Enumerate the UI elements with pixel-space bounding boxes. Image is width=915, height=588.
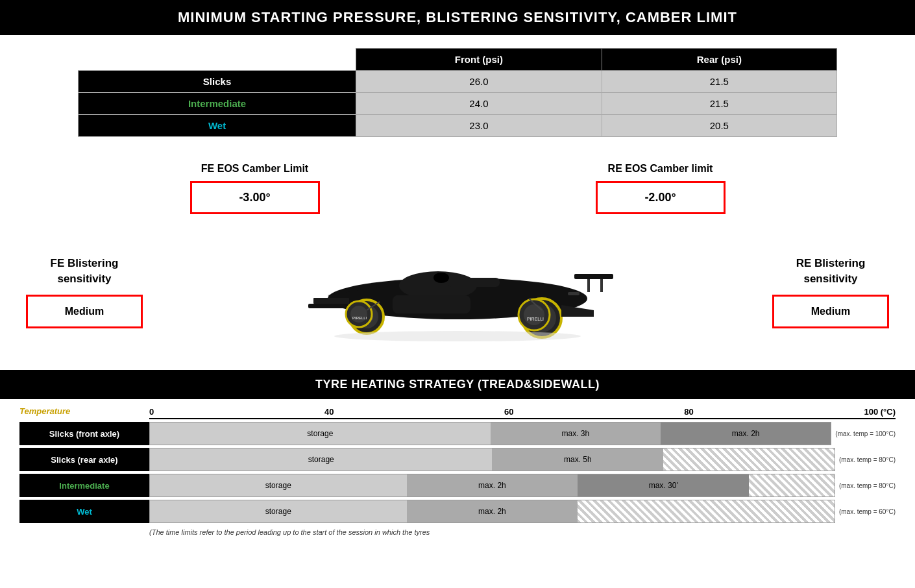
fe-camber-block: FE EOS Camber Limit -3.00° (190, 163, 320, 214)
f1-car-svg: PIRELLI PIRELLI (263, 227, 652, 357)
svg-marker-31 (561, 305, 594, 317)
seg-3-1: max. 2h (407, 500, 578, 522)
fe-blistering-value: Medium (26, 295, 143, 328)
fe-blistering-block: FE Blisteringsensitivity Medium (26, 256, 143, 328)
svg-rect-28 (568, 292, 580, 295)
heating-label-3: Wet (19, 500, 149, 523)
scale-60: 60 (504, 407, 513, 417)
pressure-front-1: 24.0 (356, 93, 602, 115)
heating-rows: Slicks (front axle)storagemax. 3hmax. 2h… (19, 422, 896, 523)
scale-100: 100 (°C) (864, 407, 896, 417)
svg-rect-30 (393, 295, 470, 313)
pressure-front-0: 26.0 (356, 71, 602, 93)
svg-point-13 (350, 306, 367, 323)
svg-rect-4 (587, 279, 590, 292)
heating-row-3: Wetstoragemax. 2h(max. temp = 60°C) (19, 500, 896, 523)
pressure-row-label-0: Slicks (79, 71, 356, 93)
re-blistering-block: RE Blisteringsensitivity Medium (772, 256, 889, 328)
pressure-row-label-1: Intermediate (79, 93, 356, 115)
svg-point-20 (524, 304, 544, 325)
heating-header: TYRE HEATING STRATEGY (TREAD&SIDEWALL) (0, 370, 915, 399)
seg-1-0: storage (150, 448, 492, 471)
heating-bar-3: storagemax. 2h (149, 500, 835, 523)
svg-rect-7 (313, 298, 349, 304)
seg-2-2: max. 30' (578, 474, 749, 496)
heating-row-0: Slicks (front axle)storagemax. 3hmax. 2h… (19, 422, 896, 445)
heating-bar-0: storagemax. 3hmax. 2h (149, 422, 831, 445)
fe-camber-value: -3.00° (190, 181, 320, 214)
col-header-rear: Rear (psi) (602, 49, 836, 71)
seg-1-2 (663, 448, 835, 471)
svg-rect-26 (448, 278, 500, 287)
scale-line (149, 418, 896, 419)
heating-note-2: (max. temp = 80°C) (835, 482, 896, 489)
col-header-front: Front (psi) (356, 49, 602, 71)
seg-3-2 (578, 500, 835, 522)
seg-2-1: max. 2h (407, 474, 578, 496)
scale-80: 80 (684, 407, 693, 417)
re-blistering-label: RE Blisteringsensitivity (772, 256, 889, 287)
re-blistering-value: Medium (772, 295, 889, 328)
heating-label-0: Slicks (front axle) (19, 422, 149, 445)
seg-1-1: max. 5h (492, 448, 663, 471)
seg-0-2: max. 2h (661, 423, 831, 445)
scale-0: 0 (149, 407, 154, 417)
seg-0-1: max. 3h (491, 423, 661, 445)
heating-label-1: Slicks (rear axle) (19, 448, 149, 471)
heating-note-0: (max. temp = 100°C) (831, 430, 896, 437)
footnote: (The time limits refer to the period lea… (19, 524, 896, 536)
scale-40: 40 (324, 407, 334, 417)
heating-row-2: Intermediatestoragemax. 2hmax. 30'(max. … (19, 474, 896, 497)
pressure-rear-0: 21.5 (602, 71, 836, 93)
scale-spacer: Temperature (19, 406, 149, 419)
heating-section: Temperature 0 40 60 80 100 (°C) Slicks (… (0, 399, 915, 543)
heating-bar-2: storagemax. 2hmax. 30' (149, 474, 835, 497)
heating-note-1: (max. temp = 80°C) (835, 456, 896, 463)
heating-bar-1: storagemax. 5h (149, 448, 835, 471)
camber-section: FE EOS Camber Limit -3.00° RE EOS Camber… (0, 150, 915, 221)
page-title: MINIMUM STARTING PRESSURE, BLISTERING SE… (0, 0, 915, 35)
fe-blistering-label: FE Blisteringsensitivity (26, 256, 143, 287)
fe-camber-label: FE EOS Camber Limit (190, 163, 320, 175)
pressure-row-label-2: Wet (79, 115, 356, 137)
scale-content: 0 40 60 80 100 (°C) (149, 406, 896, 419)
pressure-table: Front (psi) Rear (psi) Slicks26.021.5Int… (78, 48, 837, 137)
svg-text:PIRELLI: PIRELLI (527, 317, 544, 321)
re-camber-block: RE EOS Camber limit -2.00° (596, 163, 726, 214)
re-camber-value: -2.00° (596, 181, 726, 214)
heating-label-2: Intermediate (19, 474, 149, 497)
temperature-label: Temperature (19, 406, 70, 416)
svg-rect-5 (600, 279, 603, 292)
svg-point-29 (334, 331, 581, 341)
pressure-rear-1: 21.5 (602, 93, 836, 115)
seg-0-0: storage (150, 423, 491, 445)
pressure-front-2: 23.0 (356, 115, 602, 137)
seg-2-0: storage (150, 474, 407, 496)
svg-text:PIRELLI: PIRELLI (352, 316, 367, 320)
re-camber-label: RE EOS Camber limit (596, 163, 726, 175)
pressure-section: Front (psi) Rear (psi) Slicks26.021.5Int… (0, 35, 915, 150)
svg-point-27 (433, 273, 449, 283)
scale-row: Temperature 0 40 60 80 100 (°C) (19, 406, 896, 419)
scale-numbers: 0 40 60 80 100 (°C) (149, 406, 896, 418)
svg-rect-3 (574, 274, 613, 279)
pressure-rear-2: 20.5 (602, 115, 836, 137)
car-blistering-section: FE Blisteringsensitivity Medium (0, 221, 915, 363)
seg-2-3 (749, 474, 835, 496)
heating-note-3: (max. temp = 60°C) (835, 508, 896, 515)
car-image: PIRELLI PIRELLI (143, 227, 772, 357)
seg-3-0: storage (150, 500, 407, 522)
heating-row-1: Slicks (rear axle)storagemax. 5h(max. te… (19, 448, 896, 471)
